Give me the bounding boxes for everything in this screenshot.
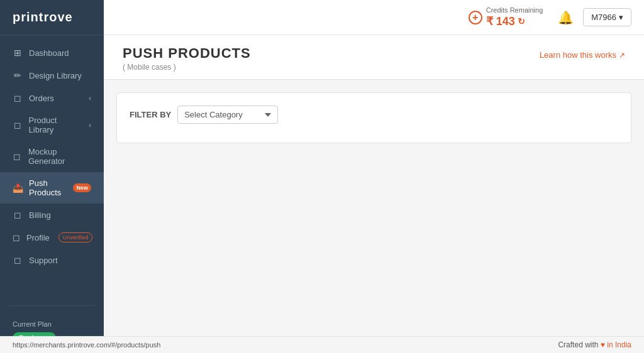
product-library-icon: ◻ [13, 120, 23, 130]
filter-row: FILTER BY Select Category T-Shirts Hoodi… [130, 106, 618, 124]
sidebar-item-label: Product Library [29, 116, 83, 134]
sidebar-item-label: Design Library [29, 71, 82, 80]
external-link-icon: ↗ [619, 51, 625, 60]
top-header: + Credits Remaining ₹ 143 ↻ 🔔 M7966 ▾ [104, 0, 644, 35]
sidebar-item-push-products[interactable]: 📤 Push Products New [0, 172, 104, 204]
learn-how-link[interactable]: Learn how this works ↗ [540, 50, 625, 60]
sidebar-item-orders[interactable]: ◻ Orders ‹ [0, 87, 104, 109]
chevron-icon: ‹ [89, 121, 91, 129]
logo: printrove [13, 10, 73, 24]
category-select[interactable]: Select Category T-Shirts Hoodies Mobile … [177, 106, 278, 124]
sidebar-item-label: Dashboard [29, 48, 69, 58]
new-badge: New [73, 183, 91, 192]
footer-crafted: Crafted with ♥ in India [558, 340, 631, 349]
nav-menu: ⊞ Dashboard ✏ Design Library ◻ Orders ‹ … [0, 35, 104, 300]
sidebar-divider [9, 305, 94, 306]
filter-label: FILTER BY [130, 110, 171, 119]
notification-icon[interactable]: 🔔 [555, 8, 575, 28]
credits-amount: ₹ 143 ↻ [486, 14, 525, 28]
sidebar-item-dashboard[interactable]: ⊞ Dashboard [0, 41, 104, 64]
user-menu-button[interactable]: M7966 ▾ [583, 8, 631, 26]
logo-area: printrove [0, 0, 104, 35]
sidebar-item-label: Orders [29, 94, 54, 103]
unverified-badge: Unverified [58, 232, 93, 242]
main-content: PUSH PRODUCTS ( Mobile cases ) Learn how… [104, 35, 644, 353]
credits-section: + Credits Remaining ₹ 143 ↻ [469, 6, 543, 28]
credits-info: Credits Remaining ₹ 143 ↻ [486, 6, 543, 28]
sidebar-item-label: Support [29, 256, 58, 265]
design-library-icon: ✏ [13, 70, 23, 80]
dashboard-icon: ⊞ [13, 48, 23, 58]
india-text: in India [607, 340, 631, 349]
refresh-icon[interactable]: ↻ [518, 16, 525, 26]
support-icon: ◻ [13, 255, 23, 265]
sidebar-item-label: Mockup Generator [28, 147, 91, 166]
heart-icon: ♥ [601, 340, 607, 349]
sidebar-item-design-library[interactable]: ✏ Design Library [0, 64, 104, 87]
credits-label: Credits Remaining [486, 6, 543, 14]
sidebar-item-mockup-generator[interactable]: ◻ Mockup Generator [0, 141, 104, 172]
page-title-area: PUSH PRODUCTS ( Mobile cases ) [123, 45, 251, 72]
content-card: FILTER BY Select Category T-Shirts Hoodi… [116, 92, 631, 143]
page-header: PUSH PRODUCTS ( Mobile cases ) Learn how… [104, 35, 644, 80]
chevron-icon: ‹ [89, 94, 91, 102]
sidebar-item-label: Profile [26, 233, 50, 242]
page-subtitle: ( Mobile cases ) [123, 63, 251, 72]
orders-icon: ◻ [13, 93, 23, 103]
sidebar: printrove ⊞ Dashboard ✏ Design Library ◻… [0, 0, 104, 353]
sidebar-item-label: Billing [29, 210, 51, 220]
sidebar-item-profile[interactable]: ◻ Profile Unverified [0, 226, 104, 249]
footer-bar: https://merchants.printrove.com/#/produc… [0, 336, 644, 353]
push-products-icon: 📤 [13, 183, 23, 193]
mockup-generator-icon: ◻ [13, 151, 22, 161]
dropdown-arrow-icon: ▾ [619, 13, 623, 22]
credits-add-button[interactable]: + [469, 11, 482, 24]
page-title: PUSH PRODUCTS [123, 45, 251, 62]
footer-url: https://merchants.printrove.com/#/produc… [13, 341, 160, 349]
current-plan-label: Current Plan [13, 320, 91, 328]
profile-icon: ◻ [13, 232, 20, 242]
sidebar-item-billing[interactable]: ◻ Billing [0, 204, 104, 226]
sidebar-item-label: Push Products [29, 178, 64, 197]
sidebar-item-support[interactable]: ◻ Support [0, 249, 104, 271]
sidebar-item-product-library[interactable]: ◻ Product Library ‹ [0, 109, 104, 141]
billing-icon: ◻ [13, 210, 23, 220]
